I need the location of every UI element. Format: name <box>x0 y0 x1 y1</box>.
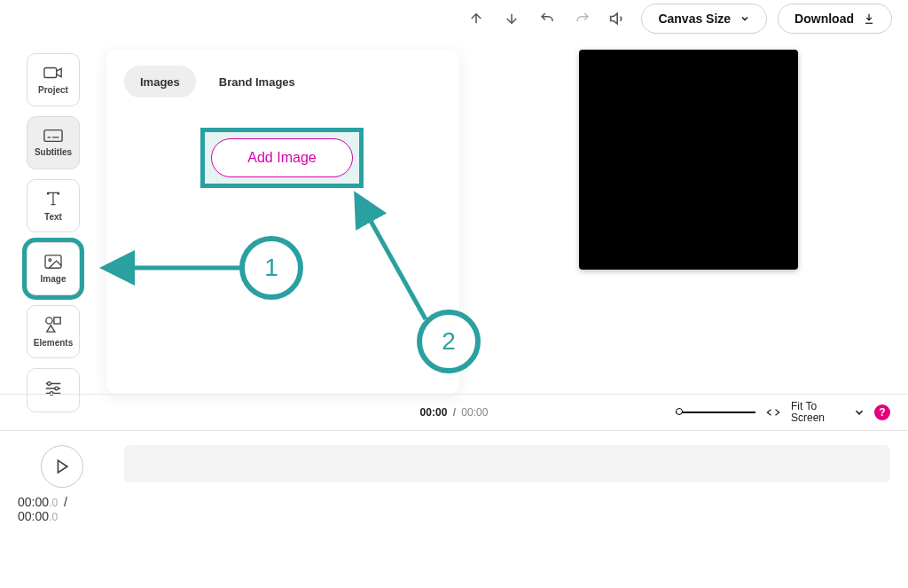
left-sidebar: Project Subtitles Text Image Elements <box>27 53 80 412</box>
timeline-area: 00:00.0 / 00:00.0 <box>0 433 908 536</box>
annotation-box: Add Image <box>200 128 364 188</box>
chevron-down-icon[interactable] <box>853 406 865 419</box>
top-toolbar: Canvas Size Download <box>0 0 908 37</box>
svg-point-8 <box>48 381 51 385</box>
sidebar-item-label: Subtitles <box>35 147 72 157</box>
timeline-duration-ms: .0 <box>49 511 58 523</box>
svg-rect-4 <box>45 255 61 268</box>
sidebar-item-text[interactable]: Text <box>27 179 80 232</box>
arrow-down-icon[interactable] <box>499 6 524 31</box>
panel-tabs: Images Brand Images <box>106 50 459 103</box>
timeline-current: 00:00 <box>18 495 49 509</box>
redo-icon[interactable] <box>570 6 595 31</box>
arrow-up-icon[interactable] <box>464 6 489 31</box>
zoom-controls: Fit To Screen ? <box>676 401 908 424</box>
images-panel: Images Brand Images <box>106 50 459 394</box>
svg-rect-6 <box>54 318 60 324</box>
sidebar-item-label: Text <box>44 212 62 222</box>
timeline-timecode: 00:00.0 / 00:00.0 <box>18 495 106 523</box>
download-button[interactable]: Download <box>778 4 892 34</box>
help-button[interactable]: ? <box>874 404 890 420</box>
video-preview[interactable] <box>579 50 798 270</box>
sidebar-item-label: Elements <box>34 338 73 348</box>
play-controls: 00:00.0 / 00:00.0 <box>18 445 106 523</box>
time-separator: / <box>450 406 458 419</box>
canvas-size-button[interactable]: Canvas Size <box>641 4 767 34</box>
svg-point-5 <box>49 259 51 262</box>
download-label: Download <box>794 12 854 26</box>
current-time: 00:00 <box>420 406 448 419</box>
sidebar-item-label: Image <box>41 274 67 284</box>
tab-brand-images[interactable]: Brand Images <box>203 66 311 98</box>
add-image-button[interactable]: Add Image <box>211 138 353 177</box>
zoom-slider[interactable] <box>676 412 755 413</box>
download-icon <box>863 12 875 25</box>
playhead-bar: 00:00 / 00:00 Fit To Screen ? <box>0 394 908 431</box>
timeline-sep: / <box>61 495 70 509</box>
sidebar-item-label: Project <box>38 85 68 95</box>
fit-screen-label: Fit To Screen <box>791 401 844 424</box>
annotation-step-1: 1 <box>239 236 303 300</box>
sidebar-item-subtitles[interactable]: Subtitles <box>27 116 80 169</box>
total-duration: 00:00 <box>461 406 488 419</box>
play-button[interactable] <box>41 445 83 488</box>
timecode-display: 00:00 / 00:00 <box>420 406 489 419</box>
svg-rect-0 <box>44 68 57 78</box>
fit-width-icon <box>764 407 782 418</box>
chevron-down-icon <box>740 13 750 24</box>
sidebar-item-project[interactable]: Project <box>27 53 80 106</box>
annotation-step-2: 2 <box>417 310 481 373</box>
sidebar-item-image[interactable]: Image <box>27 242 80 295</box>
undo-icon[interactable] <box>535 6 560 31</box>
canvas-size-label: Canvas Size <box>658 12 731 26</box>
timeline-current-ms: .0 <box>49 497 58 509</box>
svg-point-7 <box>46 318 52 324</box>
volume-icon[interactable] <box>606 6 630 31</box>
svg-point-9 <box>55 387 59 390</box>
svg-rect-1 <box>44 130 62 142</box>
sidebar-item-elements[interactable]: Elements <box>27 305 80 358</box>
zoom-slider-thumb[interactable] <box>676 408 683 415</box>
timeline-duration: 00:00 <box>18 509 49 523</box>
timeline-track[interactable] <box>124 445 890 482</box>
tab-images[interactable]: Images <box>124 66 196 98</box>
